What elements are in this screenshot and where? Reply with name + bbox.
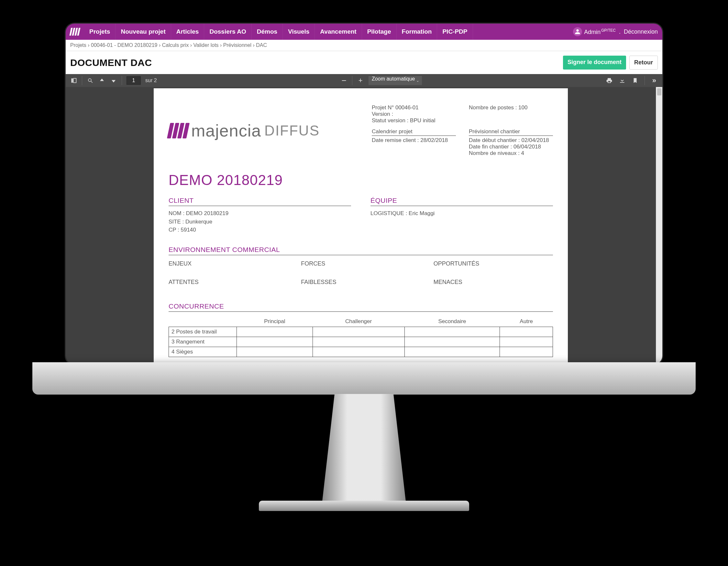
doc-meta-project: Projet N° 00046-01 Version : Statut vers…: [372, 105, 456, 157]
page-number-input[interactable]: [127, 76, 141, 85]
nav-visuels[interactable]: Visuels: [283, 24, 315, 40]
svg-rect-1: [73, 78, 76, 83]
nav-demos[interactable]: Démos: [252, 24, 283, 40]
nav-items: Projets Nouveau projet Articles Dossiers…: [84, 24, 473, 40]
zoom-in-icon[interactable]: +: [357, 77, 364, 84]
user-label: AdminGP/TEC: [584, 28, 616, 36]
table-row: 4 Sièges: [169, 347, 553, 357]
separator: .: [619, 28, 621, 35]
user-avatar-icon[interactable]: [573, 27, 582, 36]
pdf-viewer: majenciaDIFFUS Projet N° 00046-01 Versio…: [66, 87, 662, 364]
sidebar-toggle-icon[interactable]: [70, 77, 77, 84]
download-icon[interactable]: [619, 77, 626, 84]
table-row: 2 Postes de travail: [169, 327, 553, 337]
breadcrumb[interactable]: Projets › 00046-01 - DEMO 20180219 › Cal…: [66, 40, 662, 51]
monitor-stand: [322, 394, 406, 504]
nav-projets[interactable]: Projets: [84, 24, 116, 40]
page-count-label: sur 2: [145, 78, 157, 83]
sign-document-button[interactable]: Signer le document: [563, 56, 626, 70]
doc-concurrence-heading: CONCURRENCE: [169, 302, 553, 312]
doc-team-info: LOGISTIQUE : Eric Maggi: [370, 209, 553, 218]
subheader: DOCUMENT DAC Signer le document Retour: [66, 51, 662, 74]
doc-team-heading: ÉQUIPE: [370, 197, 553, 206]
svg-point-2: [88, 79, 91, 82]
app-logo: [70, 28, 80, 36]
nav-avancement[interactable]: Avancement: [315, 24, 362, 40]
scrollbar-thumb[interactable]: [657, 88, 661, 95]
tools-icon[interactable]: »: [651, 77, 658, 84]
page-title: DOCUMENT DAC: [70, 57, 152, 68]
page-up-icon[interactable]: [98, 77, 105, 84]
doc-client-info: NOM : DEMO 20180219 SITE : Dunkerque CP …: [169, 209, 351, 234]
doc-env-heading: ENVIRONNEMENT COMMERCIAL: [169, 246, 553, 255]
nav-dossiers-ao[interactable]: Dossiers AO: [204, 24, 251, 40]
pdf-toolbar: sur 2 − + Zoom automatique »: [66, 74, 662, 87]
zoom-select[interactable]: Zoom automatique: [369, 76, 422, 85]
back-button[interactable]: Retour: [629, 56, 658, 70]
doc-client-heading: CLIENT: [169, 197, 351, 206]
doc-project-name: DEMO 20180219: [169, 172, 553, 188]
table-row: 3 Rangement: [169, 337, 553, 347]
document-logo: majenciaDIFFUS: [169, 105, 320, 157]
doc-meta-chantier: Nombre de postes : 100 Prévisionnel chan…: [469, 105, 553, 157]
viewer-scrollbar[interactable]: [656, 87, 662, 364]
find-icon[interactable]: [87, 77, 94, 84]
page-down-icon[interactable]: [110, 77, 117, 84]
doc-swot-grid: ENJEUX FORCES OPPORTUNITÉS ATTENTES FAIB…: [169, 261, 553, 285]
nav-logout[interactable]: Déconnexion: [624, 28, 658, 35]
bookmark-icon[interactable]: [632, 77, 639, 84]
nav-articles[interactable]: Articles: [171, 24, 204, 40]
document-page: majenciaDIFFUS Projet N° 00046-01 Versio…: [154, 88, 568, 364]
monitor-base: [259, 501, 469, 511]
app-screen: Projets Nouveau projet Articles Dossiers…: [65, 23, 663, 365]
nav-nouveau-projet[interactable]: Nouveau projet: [116, 24, 171, 40]
nav-user-area: AdminGP/TEC . Déconnexion: [573, 27, 658, 36]
top-nav: Projets Nouveau projet Articles Dossiers…: [66, 24, 662, 40]
nav-formation[interactable]: Formation: [397, 24, 437, 40]
nav-pilotage[interactable]: Pilotage: [362, 24, 397, 40]
nav-pic-pdp[interactable]: PIC-PDP: [437, 24, 473, 40]
svg-rect-0: [72, 78, 73, 83]
print-icon[interactable]: [606, 77, 613, 84]
svg-line-3: [91, 81, 93, 83]
zoom-out-icon[interactable]: −: [340, 77, 347, 84]
doc-concurrence-table: Principal Challenger Secondaire Autre 2 …: [169, 316, 553, 357]
monitor-chin: [32, 362, 696, 394]
